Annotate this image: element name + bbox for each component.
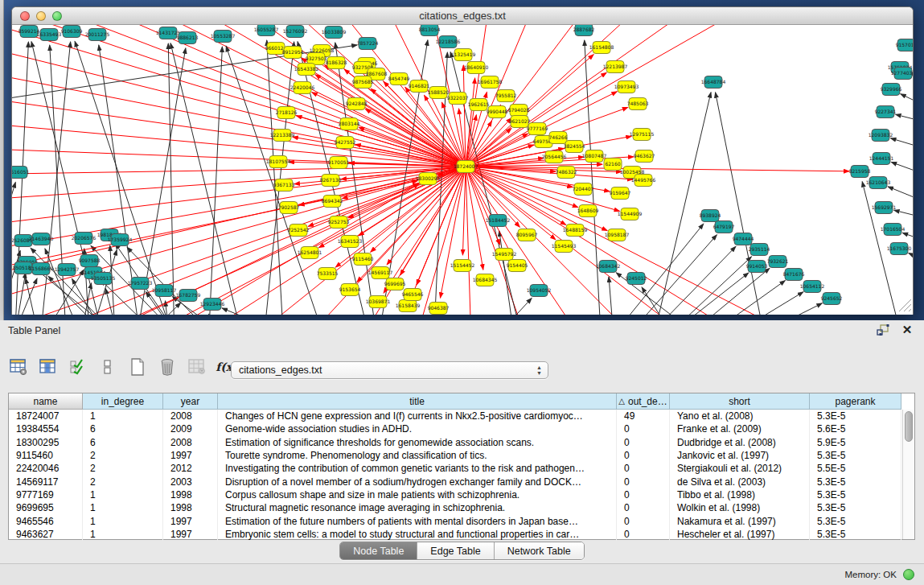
table-toolbar: f(x) [8, 352, 237, 381]
table-row[interactable]: 1872400712008Changes of HCN gene express… [9, 410, 901, 422]
table-row[interactable]: 946362711997Embryonic stem cells: a mode… [9, 528, 901, 541]
node-label: 1588520 [428, 89, 450, 95]
window-titlebar[interactable]: citations_edges.txt [12, 7, 913, 25]
table-cell: 6 [83, 422, 163, 435]
node-label: 8813054 [419, 27, 441, 32]
column-header-year[interactable]: year [163, 393, 218, 410]
column-header-title[interactable]: title [218, 393, 617, 410]
sort-ascending-icon: △ [618, 397, 625, 406]
table-row[interactable]: 1938455462009Genome-wide association stu… [9, 422, 901, 435]
network-graph[interactable]: 9660124891295412226058932750316543382818… [12, 25, 913, 315]
node-label: 16254801 [298, 249, 322, 255]
tab-edge-table[interactable]: Edge Table [417, 542, 494, 559]
memory-status-label: Memory: OK [844, 570, 897, 579]
node-label: 14495766 [631, 177, 656, 183]
node-label: 15276092 [283, 28, 308, 34]
table-row[interactable]: 1456911722003Disruption of a novel membe… [9, 475, 901, 488]
table-cell: 1 [83, 501, 163, 514]
scrollbar-thumb[interactable] [905, 411, 913, 442]
table-cell: 9463627 [9, 528, 83, 541]
table-row[interactable]: 2242004622012Investigating the contribut… [9, 462, 901, 475]
column-header-name[interactable]: name [9, 393, 83, 410]
table-row[interactable]: 969969511998Structural magnetic resonanc… [9, 501, 901, 514]
node-label: 18640910 [464, 64, 489, 70]
delete-table-icon-disabled [187, 356, 207, 377]
node-label: 9875685 [352, 79, 374, 84]
table-cell: 5.9E-5 [810, 436, 901, 449]
column-header-in_degree[interactable]: in_degree [83, 393, 163, 410]
node-label: 11544909 [618, 211, 643, 216]
show-columns-icon[interactable] [38, 356, 59, 377]
node-label: 8215958 [849, 168, 871, 174]
table-cell: Structural magnetic resonance image aver… [218, 501, 617, 514]
table-cell: 1998 [163, 501, 218, 514]
node-label: 18300295 [416, 175, 441, 181]
node-label: 9153654 [339, 286, 361, 292]
close-panel-icon[interactable]: ✕ [900, 323, 914, 336]
table-cell: Corpus callosum shape and size in male p… [218, 488, 617, 501]
table-cell: Hescheler et al. (1997) [670, 528, 810, 541]
table-cell: Franke et al. (2009) [670, 422, 810, 435]
table-cell: 49 [617, 410, 670, 422]
table-cell: 5.6E-5 [810, 422, 901, 435]
table-cell: 14569117 [9, 475, 83, 488]
node-label: 20564456 [542, 154, 567, 159]
new-column-icon[interactable] [127, 356, 148, 377]
column-header-pagerank[interactable]: pagerank [810, 393, 901, 410]
node-label: 12213389 [270, 132, 295, 138]
node-label: 7486322 [556, 169, 577, 175]
node-label: 1648609 [577, 208, 599, 213]
table-cell: 0 [617, 488, 670, 501]
node-label: 7932621 [767, 258, 789, 264]
tab-network-table[interactable]: Network Table [495, 542, 584, 559]
table-row[interactable]: 946554611997Estimation of the future num… [9, 514, 901, 527]
table-cell: 5.3E-5 [810, 488, 901, 501]
node-label: 7902587 [278, 204, 300, 210]
node-label: 9154405 [507, 262, 528, 268]
delete-column-trash-icon[interactable] [157, 356, 178, 377]
table-row[interactable]: 977716911998Corpus callosum shape and si… [9, 488, 901, 501]
table-row[interactable]: 911546021997Tourette syndrome. Phenomeno… [9, 449, 901, 462]
column-settings-icon[interactable] [8, 356, 29, 377]
node-label: 9329966 [881, 86, 902, 92]
network-view-window[interactable]: citations_edges.txt 96601248912954122260… [11, 6, 914, 315]
node-label: 9245652 [821, 295, 843, 301]
status-bar: Memory: OK [0, 563, 924, 585]
column-header-out_de[interactable]: △out_de… [617, 393, 670, 410]
node-label: 7955812 [495, 93, 517, 98]
column-header-short[interactable]: short [670, 393, 810, 410]
table-cell: 1997 [163, 514, 218, 527]
memory-status-indicator-icon[interactable] [903, 569, 914, 580]
node-label: 12923446 [200, 301, 225, 307]
node-label: 10684342 [596, 263, 621, 269]
table-cell: 1998 [163, 488, 218, 501]
node-label: 9106309 [61, 28, 83, 34]
node-label: 16335493 [37, 31, 62, 37]
select-all-icon[interactable] [68, 356, 88, 377]
table-cell: Genome-wide association studies in ADHD. [218, 422, 617, 435]
node-label: 9367133 [273, 182, 295, 187]
tab-node-table[interactable]: Node Table [340, 542, 417, 559]
node-label: 8912954 [282, 49, 304, 55]
node-label: 7252542 [288, 227, 310, 233]
node-label: 16648784 [701, 79, 726, 84]
node-label: 2887682 [573, 27, 595, 32]
row-height-icon[interactable] [97, 356, 118, 377]
network-canvas[interactable]: 9660124891295412226058932750316543382818… [12, 25, 913, 315]
node-label: 10958117 [152, 287, 177, 293]
float-panel-icon[interactable] [876, 323, 890, 336]
node-label: 7857224 [357, 40, 379, 46]
node-label: 8694342 [322, 198, 343, 204]
table-cell: Tourette syndrome. Phenomenology and cla… [218, 449, 617, 462]
table-select-dropdown[interactable]: citations_edges.txt ▲▼ [231, 361, 548, 379]
node-label: 9463627 [634, 153, 655, 159]
node-label: 9157012 [896, 42, 913, 47]
table-row[interactable]: 1830029562008Estimation of significance … [9, 436, 901, 449]
table-cell: 9777169 [9, 488, 83, 501]
node-label: 9322037 [447, 95, 469, 101]
table-cell: 18724007 [9, 410, 83, 422]
table-cell: 22420046 [9, 462, 83, 475]
vertical-scrollbar[interactable] [902, 410, 914, 539]
node-label: 9990448 [487, 109, 508, 114]
table-cell: 1 [83, 528, 163, 541]
